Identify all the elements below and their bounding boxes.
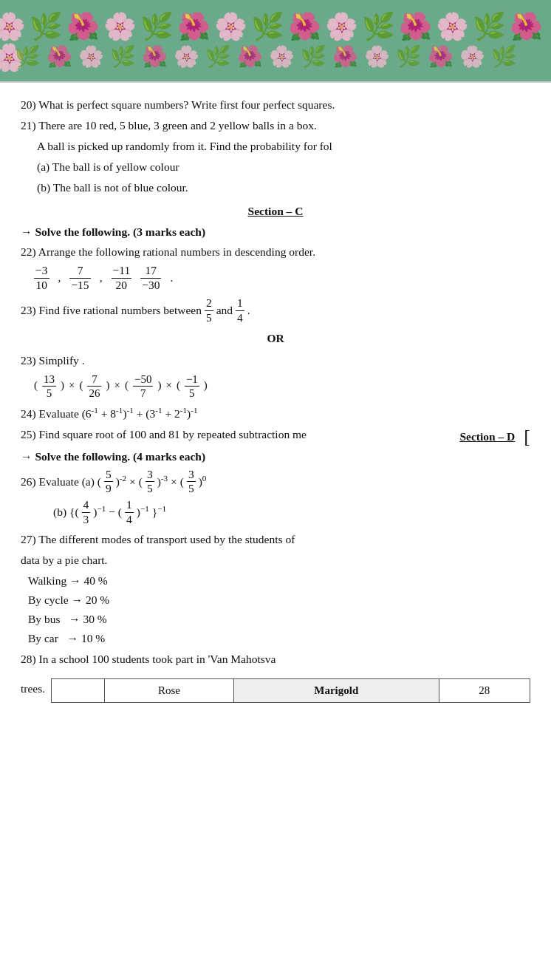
frac-3-5-mid: 35 [146,468,154,496]
bracket-icon: [ [524,427,530,446]
question-21a: (a) The ball is of yellow colour [21,158,530,176]
frac-4-3: 43 [82,498,91,526]
frac-neg1-5: −15 [185,372,199,400]
frac-2: 7−15 [69,264,90,292]
question-22: 22) Arrange the following rational numbe… [21,243,530,261]
transport-cycle: By cycle → 20 % [28,591,530,609]
question-26: 26) Evaluate (a) ( 59 )-2 × ( 35 )-3 × (… [21,468,530,496]
question-24: 24) Evaluate (6-1 + 8-1)-1 + (3-1 + 2-1)… [21,404,530,423]
q23-alt-expr: ( 135 ) × ( 726 ) × ( −507 ) × ( −15 ) [34,372,530,400]
question-26b: (b) {( 43 )−1 − ( 14 )−1 }−1 [21,498,530,526]
question-23-alt: 23) Simplify . [21,352,530,370]
instruction-d: → Solve the following. (4 marks each) [21,448,530,466]
frac-1: −310 [34,264,49,292]
or-separator: OR [21,330,530,347]
section-d-heading: Section – D [459,428,515,446]
transport-bus: By bus → 30 % [28,610,530,628]
table-cell-rose: Rose [105,679,234,703]
section-d-area: Section – D [ [459,427,530,446]
frac-q23-1: 25 [205,296,213,324]
frac-q23-2: 14 [236,296,244,324]
transport-car: By car → 10 % [28,630,530,647]
instruction-c: → Solve the following. (3 marks each) [21,223,530,241]
trees-label: trees. [21,680,45,698]
section-c-heading: Section – C [21,203,530,220]
frac-7-26: 726 [87,372,101,400]
data-table: Rose Marigold 28 [51,678,530,703]
table-cell-28: 28 [439,679,530,703]
question-21: 21) There are 10 red, 5 blue, 3 green an… [21,117,530,135]
question-21b: (b) The ball is not of blue colour. [21,179,530,197]
table-cell-blank [52,679,105,703]
frac-1-4: 14 [125,498,134,526]
frac-neg50-7: −507 [133,372,153,400]
question-28: 28) In a school 100 students took part i… [21,650,530,668]
paper-content: 20) What is perfect square numbers? Writ… [0,81,551,980]
transport-walking: Walking → 40 % [28,572,530,590]
frac-13-5: 135 [42,372,56,400]
question-21-sub: A ball is picked up randomly from it. Fi… [21,137,530,155]
frac-5-9: 59 [104,468,113,496]
question-20: 20) What is perfect square numbers? Writ… [21,96,530,114]
transport-list: Walking → 40 % By cycle → 20 % By bus → … [28,572,530,647]
question-27: 27) The different modes of transport use… [21,531,530,548]
q22-fractions: −310, 7−15, −1120 17−30. [34,264,530,292]
question-23: 23) Find five rational numbers between 2… [21,296,530,324]
frac-3-5-last: 35 [187,468,196,496]
question-27-sub: data by a pie chart. [21,551,530,569]
table-cell-marigold: Marigold [233,679,439,703]
question-25: 25) Find square root of 100 and 81 by re… [21,426,459,443]
frac-3: −1120 [112,264,132,292]
